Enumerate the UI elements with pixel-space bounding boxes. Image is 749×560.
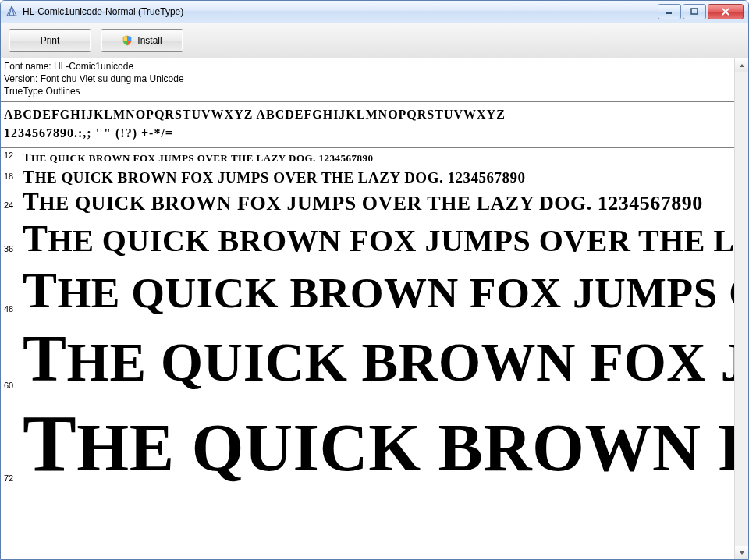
sample-row: 48The quick brown fox jumps over the laz… bbox=[1, 261, 734, 320]
sample-size-label: 12 bbox=[1, 151, 23, 166]
font-name-line: Font name: HL-Comic1unicode bbox=[4, 60, 731, 73]
font-preview-window: HL-Comic1unicode-Normal (TrueType) Print bbox=[0, 0, 749, 560]
svg-marker-7 bbox=[740, 551, 744, 555]
install-button[interactable]: Install bbox=[101, 29, 183, 52]
font-version-line: Version: Font chu Viet su dung ma Unicod… bbox=[4, 73, 731, 85]
sample-size-label: 24 bbox=[1, 200, 23, 216]
app-icon bbox=[5, 5, 18, 18]
sample-row: 12The quick brown fox jumps over the laz… bbox=[1, 151, 734, 166]
sample-size-label: 36 bbox=[1, 244, 23, 260]
scroll-up-arrow[interactable] bbox=[735, 58, 748, 72]
font-info: Font name: HL-Comic1unicode Version: Fon… bbox=[1, 58, 734, 101]
window-title: HL-Comic1unicode-Normal (TrueType) bbox=[23, 6, 658, 17]
sample-size-label: 48 bbox=[1, 304, 23, 320]
sample-row: 24The quick brown fox jumps over the laz… bbox=[1, 188, 734, 216]
charset-alpha: ABCDEFGHIJKLMNOPQRSTUVWXYZ ABCDEFGHIJKLM… bbox=[4, 105, 731, 124]
maximize-button[interactable] bbox=[683, 4, 706, 19]
sample-text: The quick brown fox jumps over the lazy … bbox=[23, 167, 525, 187]
window-controls bbox=[658, 4, 744, 19]
install-button-label: Install bbox=[137, 35, 162, 46]
charset-block: ABCDEFGHIJKLMNOPQRSTUVWXYZ ABCDEFGHIJKLM… bbox=[1, 102, 734, 147]
sample-row: 72The quick brown fox jumps over the laz… bbox=[1, 397, 734, 489]
sample-text: The quick brown fox jumps over the lazy … bbox=[23, 188, 703, 216]
svg-rect-3 bbox=[691, 9, 698, 14]
sample-size-label: 72 bbox=[1, 473, 23, 489]
sample-text: The quick brown fox jumps over the lazy … bbox=[23, 261, 734, 320]
charset-digits: 1234567890.:,; ' " (!?) +-*/= bbox=[4, 124, 731, 143]
sample-text: The quick brown fox jumps over the lazy … bbox=[23, 321, 734, 396]
sample-size-label: 18 bbox=[1, 172, 23, 187]
sample-text: The quick brown fox jumps over the lazy … bbox=[23, 397, 734, 489]
minimize-button[interactable] bbox=[658, 4, 681, 19]
scroll-down-arrow[interactable] bbox=[735, 546, 748, 559]
print-button-label: Print bbox=[41, 35, 60, 46]
svg-marker-1 bbox=[9, 6, 14, 16]
sample-text: The quick brown fox jumps over the lazy … bbox=[23, 151, 374, 165]
vertical-scrollbar[interactable] bbox=[734, 58, 748, 559]
sample-row: 60The quick brown fox jumps over the laz… bbox=[1, 321, 734, 396]
sample-text: The quick brown fox jumps over the lazy … bbox=[23, 217, 734, 260]
sample-row: 18The quick brown fox jumps over the laz… bbox=[1, 167, 734, 187]
preview-content: Font name: HL-Comic1unicode Version: Fon… bbox=[1, 58, 734, 559]
print-button[interactable]: Print bbox=[9, 29, 91, 52]
font-outlines-line: TrueType Outlines bbox=[4, 85, 731, 97]
svg-marker-6 bbox=[740, 64, 744, 67]
shield-icon bbox=[122, 35, 133, 46]
titlebar: HL-Comic1unicode-Normal (TrueType) bbox=[1, 1, 748, 23]
sample-row: 36The quick brown fox jumps over the laz… bbox=[1, 217, 734, 260]
toolbar: Print Install bbox=[1, 23, 748, 58]
sample-size-label: 60 bbox=[1, 381, 23, 396]
close-button[interactable] bbox=[708, 4, 744, 19]
sample-list: 12The quick brown fox jumps over the laz… bbox=[1, 148, 734, 489]
content-wrapper: Font name: HL-Comic1unicode Version: Fon… bbox=[1, 58, 748, 559]
